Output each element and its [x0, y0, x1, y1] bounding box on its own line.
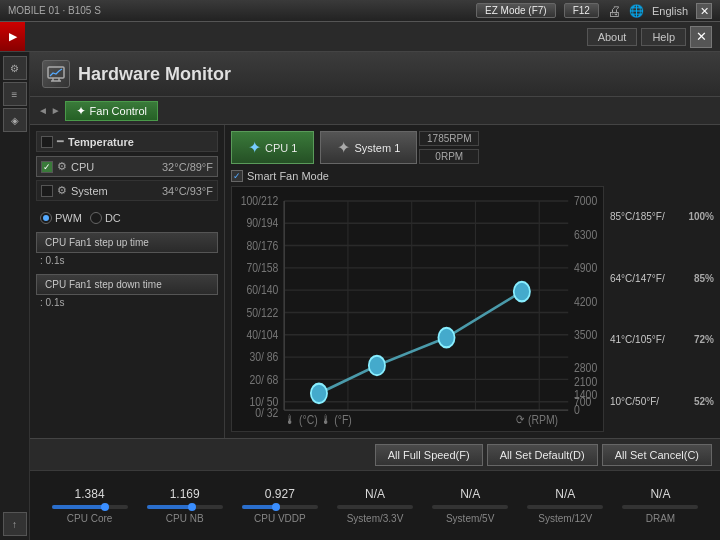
chart-legend: 85°C/185°F/ 100% 64°C/147°F/ 85% 41°C/10… [604, 186, 714, 432]
smart-fan-checkbox[interactable]: ✓ [231, 170, 243, 182]
help-button[interactable]: Help [641, 28, 686, 46]
all-set-default-button[interactable]: All Set Default(D) [487, 444, 598, 466]
breadcrumb-arrow: ◄ ► [38, 105, 61, 116]
cpu1-fan-label: CPU 1 [265, 142, 297, 154]
f12-button[interactable]: F12 [564, 3, 599, 18]
voltage-fill-2 [242, 505, 276, 509]
temperature-header: ━ Temperature [36, 131, 218, 152]
step-up-button[interactable]: CPU Fan1 step up time [36, 232, 218, 253]
about-button[interactable]: About [587, 28, 638, 46]
close-button[interactable]: ✕ [696, 3, 712, 19]
legend-pct-4: 52% [694, 396, 714, 407]
voltage-indicator-2 [272, 503, 280, 511]
pwm-option[interactable]: PWM [40, 212, 82, 224]
voltage-item-CPU_NB: 1.169CPU NB [137, 487, 232, 524]
voltage-label-4: System/5V [446, 513, 494, 524]
voltage-track-0[interactable] [52, 505, 128, 509]
fan-buttons-row: ✦ CPU 1 ✦ System 1 1785RPM [231, 131, 714, 164]
legend-row-1: 85°C/185°F/ 100% [610, 209, 714, 224]
smart-fan-mode: ✓ Smart Fan Mode [231, 170, 714, 182]
voltage-track-2[interactable] [242, 505, 318, 509]
fan-control-tab[interactable]: ✦ Fan Control [65, 101, 158, 121]
voltage-item-DRAM: N/ADRAM [613, 487, 708, 524]
legend-pct-1: 100% [688, 211, 714, 222]
voltage-item-CPU_VDDP: 0.927CPU VDDP [232, 487, 327, 524]
pwm-label: PWM [55, 212, 82, 224]
voltage-value-3: N/A [365, 487, 385, 501]
hw-monitor-icon [42, 60, 70, 88]
content-body: ◄ ► ✦ Fan Control ━ Temperature [30, 97, 720, 438]
dc-label: DC [105, 212, 121, 224]
sidebar-icon-4[interactable]: ↑ [3, 512, 27, 536]
voltage-item-System_5V: N/ASystem/5V [423, 487, 518, 524]
svg-text:6300: 6300 [574, 228, 597, 241]
fan-icon: ✦ [76, 104, 86, 118]
voltage-fill-0 [52, 505, 105, 509]
all-full-speed-button[interactable]: All Full Speed(F) [375, 444, 483, 466]
dc-radio[interactable] [90, 212, 102, 224]
temperature-label: Temperature [68, 136, 134, 148]
voltage-value-6: N/A [650, 487, 670, 501]
dc-option[interactable]: DC [90, 212, 121, 224]
step-down-button[interactable]: CPU Fan1 step down time [36, 274, 218, 295]
temp-section-checkbox[interactable] [41, 136, 53, 148]
legend-temp-1: 85°C/185°F/ [610, 211, 665, 222]
voltage-item-CPU_Core: 1.384CPU Core [42, 487, 137, 524]
all-set-cancel-button[interactable]: All Set Cancel(C) [602, 444, 712, 466]
legend-row-2: 64°C/147°F/ 85% [610, 271, 714, 286]
svg-text:4900: 4900 [574, 261, 597, 274]
legend-temp-2: 64°C/147°F/ [610, 273, 665, 284]
printer-icon: 🖨 [607, 3, 621, 19]
fan-control-label: Fan Control [90, 105, 147, 117]
svg-text:3500: 3500 [574, 328, 597, 341]
system-icon: ⚙ [57, 184, 67, 197]
voltage-track-5[interactable] [527, 505, 603, 509]
legend-pct-3: 72% [694, 334, 714, 345]
sidebar-icon-3[interactable]: ◈ [3, 108, 27, 132]
right-panel: ✦ CPU 1 ✦ System 1 1785RPM [225, 125, 720, 438]
sidebar-icon-1[interactable]: ⚙ [3, 56, 27, 80]
voltage-indicator-1 [188, 503, 196, 511]
globe-icon: 🌐 [629, 4, 644, 18]
voltage-track-6[interactable] [622, 505, 698, 509]
voltage-label-0: CPU Core [67, 513, 113, 524]
cpu-checkbox[interactable]: ✓ [41, 161, 53, 173]
cpu-label: CPU [71, 161, 158, 173]
system-label: System [71, 185, 158, 197]
smart-fan-label: Smart Fan Mode [247, 170, 329, 182]
nav-accent: ▶ [0, 22, 25, 51]
system1-fan-button[interactable]: ✦ System 1 [320, 131, 417, 164]
voltage-track-3[interactable] [337, 505, 413, 509]
cpu1-fan-button[interactable]: ✦ CPU 1 [231, 131, 314, 164]
svg-text:50/122: 50/122 [247, 306, 279, 319]
titlebar-right: EZ Mode (F7) F12 🖨 🌐 English ✕ [476, 3, 712, 19]
language-label: English [652, 5, 688, 17]
voltage-value-2: 0.927 [265, 487, 295, 501]
svg-text:0: 0 [574, 403, 580, 416]
svg-text:60/140: 60/140 [247, 283, 279, 296]
top-navbar: ▶ About Help ✕ [0, 22, 720, 52]
voltage-track-4[interactable] [432, 505, 508, 509]
nav-actions: About Help ✕ [587, 26, 720, 48]
system-temp-value: 34°C/93°F [162, 185, 213, 197]
pwm-dc-selector: PWM DC [36, 204, 218, 232]
titlebar-logo: MOBILE 01 · B105 S [8, 5, 101, 16]
pwm-radio[interactable] [40, 212, 52, 224]
svg-text:2100: 2100 [574, 376, 597, 389]
voltage-label-3: System/3.3V [347, 513, 404, 524]
svg-point-45 [514, 282, 530, 302]
voltage-label-1: CPU NB [166, 513, 204, 524]
system1-fan-icon: ✦ [337, 138, 350, 157]
chart-container: 100/212 90/194 80/176 70/158 60/140 50/1… [231, 186, 714, 432]
system-checkbox[interactable] [41, 185, 53, 197]
page-title: Hardware Monitor [78, 64, 231, 85]
fan-nav: ◄ ► ✦ Fan Control [30, 97, 720, 125]
ez-mode-button[interactable]: EZ Mode (F7) [476, 3, 556, 18]
svg-text:2800: 2800 [574, 362, 597, 375]
voltage-track-1[interactable] [147, 505, 223, 509]
close-top-button[interactable]: ✕ [690, 26, 712, 48]
svg-text:🌡 (°C)  🌡 (°F): 🌡 (°C) 🌡 (°F) [285, 413, 352, 426]
titlebar: MOBILE 01 · B105 S EZ Mode (F7) F12 🖨 🌐 … [0, 0, 720, 22]
sidebar-icon-2[interactable]: ≡ [3, 82, 27, 106]
system1-fan-label: System 1 [354, 142, 400, 154]
